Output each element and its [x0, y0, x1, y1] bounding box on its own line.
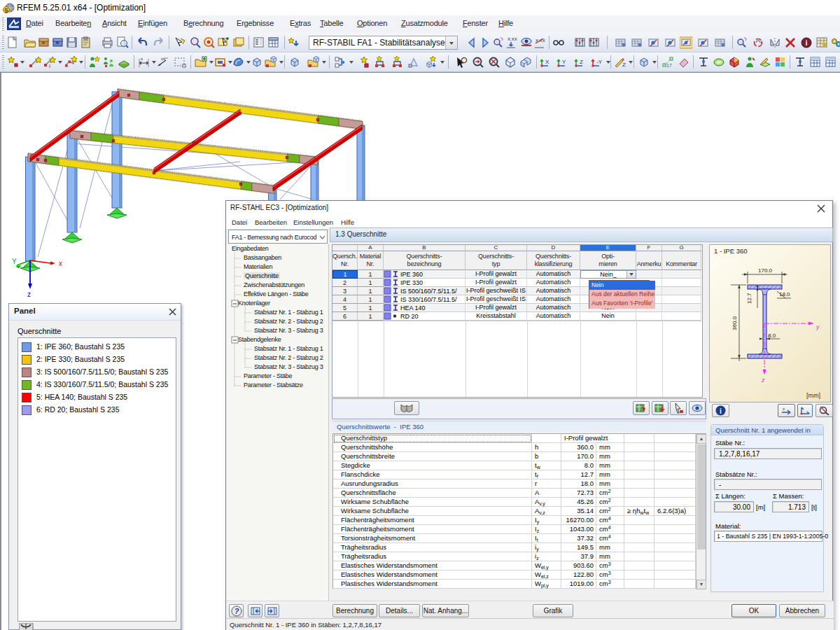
- svg-text:-Y: -Y: [596, 59, 603, 65]
- svg-text:360.0: 360.0: [732, 316, 738, 330]
- svg-text:x: x: [59, 260, 62, 267]
- svg-text:Z: Z: [622, 62, 626, 68]
- svg-text:17: 17: [666, 63, 672, 68]
- svg-text:170.0: 170.0: [758, 267, 773, 274]
- svg-text:xx: xx: [161, 57, 165, 61]
- svg-text:[mm]: [mm]: [806, 392, 820, 399]
- svg-text:z: z: [761, 377, 765, 384]
- svg-text:X.XX: X.XX: [507, 37, 517, 41]
- svg-text:x: x: [783, 407, 785, 411]
- svg-text:8.0: 8.0: [768, 332, 776, 339]
- svg-text:x: x: [141, 57, 143, 61]
- svg-text:I: I: [49, 64, 50, 69]
- svg-text:i: i: [720, 407, 722, 415]
- svg-text:18.0: 18.0: [779, 291, 790, 298]
- svg-text:Y: Y: [562, 59, 566, 65]
- svg-text:i: i: [805, 38, 807, 47]
- svg-text:Y: Y: [12, 258, 17, 265]
- svg-text:X: X: [545, 59, 550, 65]
- svg-text:?: ?: [234, 607, 239, 615]
- svg-text:y: y: [816, 323, 820, 330]
- svg-text:Z: Z: [580, 59, 583, 65]
- svg-text:z: z: [27, 290, 31, 298]
- svg-text:5: 5: [4, 7, 8, 14]
- svg-text:12.7: 12.7: [746, 293, 752, 304]
